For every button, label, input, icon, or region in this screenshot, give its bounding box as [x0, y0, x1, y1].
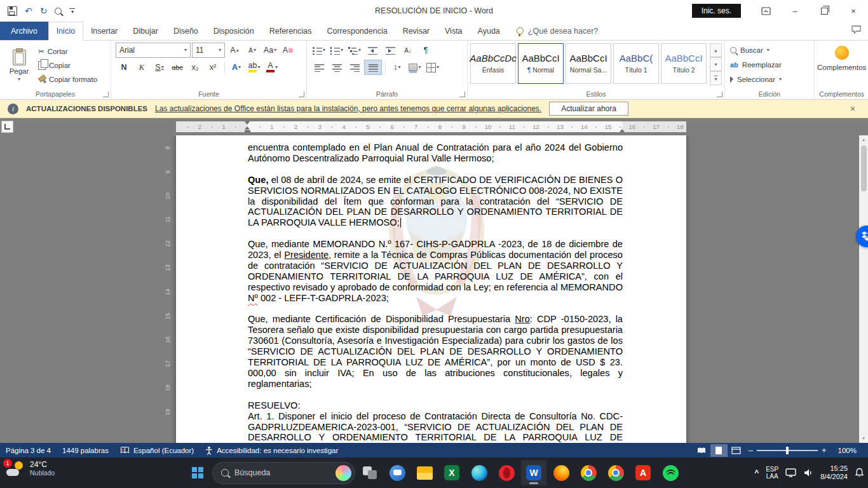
- word-count[interactable]: 1449 palabras: [57, 443, 114, 458]
- font-color-button[interactable]: A▾: [264, 60, 280, 74]
- subscript-button[interactable]: x₂: [187, 60, 203, 74]
- multilevel-list-button[interactable]: ▾: [346, 43, 363, 57]
- vertical-scrollbar[interactable]: ▴ ▾: [859, 135, 868, 443]
- weather-widget[interactable]: 1 24°C Nublado: [6, 461, 55, 477]
- redo-icon[interactable]: ↻: [40, 5, 48, 17]
- align-right-button[interactable]: [346, 60, 363, 74]
- restore-button[interactable]: [810, 0, 839, 22]
- chrome-icon[interactable]: [576, 460, 601, 485]
- display-icon[interactable]: [785, 468, 796, 477]
- edge-icon[interactable]: [466, 460, 492, 485]
- volume-icon[interactable]: [803, 468, 813, 477]
- bold-button[interactable]: N: [116, 60, 132, 74]
- style-enfasis[interactable]: AaBbCcDc Énfasis: [470, 43, 516, 84]
- file-explorer-icon[interactable]: [412, 460, 437, 485]
- start-button[interactable]: [185, 460, 210, 485]
- paragraph[interactable]: Que, mediante Certificación de Disponibi…: [248, 314, 623, 389]
- hidden-icons-chevron-icon[interactable]: ^: [754, 468, 759, 477]
- format-painter-button[interactable]: Copiar formato: [36, 73, 100, 86]
- accessibility-status[interactable]: Accesibilidad: es necesario investigar: [200, 443, 344, 458]
- style-normal-sa[interactable]: AaBbCcI Normal Sa...: [566, 43, 611, 84]
- tab-disposicion[interactable]: Disposición: [206, 22, 262, 40]
- proofing-status[interactable]: Español (Ecuador): [114, 443, 200, 458]
- zoom-slider-thumb[interactable]: [786, 447, 789, 454]
- zoom-level[interactable]: 100%: [831, 447, 863, 454]
- zoom-slider[interactable]: [757, 450, 818, 451]
- tab-insertar[interactable]: Insertar: [83, 22, 125, 40]
- text-effects-button[interactable]: A▾: [228, 60, 245, 74]
- paragraph[interactable]: Que, el 08 de abril de 2024, se emite el…: [248, 175, 623, 229]
- cut-button[interactable]: ✂Cortar: [36, 45, 100, 58]
- tab-diseno[interactable]: Diseño: [166, 22, 206, 40]
- clock[interactable]: 15:25 8/4/2024: [820, 464, 848, 481]
- opera-icon[interactable]: [494, 460, 519, 485]
- strikethrough-button[interactable]: abc: [169, 60, 186, 74]
- grow-font-button[interactable]: A▴: [226, 43, 243, 57]
- print-layout-button[interactable]: [710, 444, 728, 457]
- styles-more-icon[interactable]: ▾: [710, 71, 722, 85]
- zoom-in-button[interactable]: +: [818, 445, 831, 455]
- highlight-color-button[interactable]: ab▾: [246, 60, 262, 74]
- font-family-combo[interactable]: Arial▾: [116, 43, 191, 58]
- copy-button[interactable]: Copiar: [36, 59, 100, 72]
- tab-revisar[interactable]: Revisar: [395, 22, 437, 40]
- paragraph[interactable]: Art. 1. Disponer el inicio del proceso d…: [248, 411, 623, 443]
- close-button[interactable]: ×: [839, 0, 868, 22]
- minimize-button[interactable]: –: [780, 0, 810, 22]
- tab-referencias[interactable]: Referencias: [262, 22, 320, 40]
- tab-archivo[interactable]: Archivo: [0, 22, 48, 40]
- clear-formatting-button[interactable]: A: [280, 43, 296, 57]
- show-marks-button[interactable]: ¶: [417, 43, 434, 57]
- numbering-button[interactable]: ▾: [329, 43, 345, 57]
- justify-button[interactable]: [364, 60, 382, 75]
- align-center-button[interactable]: [329, 60, 345, 74]
- styles-scroll-up-icon[interactable]: ▴: [710, 43, 722, 57]
- horizontal-ruler[interactable]: 12123456789101112131415161718: [176, 121, 686, 132]
- close-message-icon[interactable]: ×: [845, 104, 860, 114]
- shrink-font-button[interactable]: A▾: [244, 43, 261, 57]
- scroll-up-icon[interactable]: ▴: [862, 135, 865, 144]
- web-layout-button[interactable]: [728, 444, 745, 457]
- sign-in-button[interactable]: Inic. ses.: [692, 4, 741, 18]
- font-size-combo[interactable]: 11▾: [192, 43, 225, 58]
- borders-button[interactable]: ▾: [424, 60, 441, 74]
- magnifier-icon[interactable]: [55, 5, 62, 17]
- firefox-icon[interactable]: [548, 460, 574, 485]
- style-titulo1[interactable]: AaBbC( Título 1: [613, 43, 659, 84]
- task-view-icon[interactable]: [357, 460, 383, 485]
- find-button[interactable]: Buscar▾: [730, 44, 814, 57]
- page-indicator[interactable]: Página 3 de 4: [0, 443, 57, 458]
- scroll-down-icon[interactable]: ▾: [862, 434, 865, 443]
- change-case-button[interactable]: Aa▾: [262, 43, 278, 57]
- chrome-profile-icon[interactable]: [603, 460, 628, 485]
- update-now-button[interactable]: Actualizar ahora: [549, 102, 628, 116]
- increase-indent-button[interactable]: [382, 43, 398, 57]
- shading-button[interactable]: ▾: [407, 60, 423, 74]
- paste-button[interactable]: Pegar ▾: [3, 43, 36, 89]
- notification-bell-icon[interactable]: [855, 468, 864, 478]
- tell-me-box[interactable]: ¿Qué desea hacer?: [508, 22, 607, 40]
- tab-stop-selector[interactable]: [1, 121, 13, 133]
- dialog-launcher-icon[interactable]: [459, 92, 465, 97]
- word-icon[interactable]: W: [521, 460, 546, 485]
- zoom-out-button[interactable]: –: [745, 445, 757, 455]
- comments-icon[interactable]: [851, 25, 862, 37]
- tab-dibujar[interactable]: Dibujar: [125, 22, 166, 40]
- underline-button[interactable]: S▾: [151, 60, 168, 74]
- dialog-launcher-icon[interactable]: [299, 92, 304, 97]
- line-spacing-button[interactable]: ↕▾: [389, 60, 405, 74]
- chat-icon[interactable]: [384, 460, 410, 485]
- save-icon[interactable]: [8, 5, 17, 17]
- paragraph[interactable]: RESUELVO:: [248, 400, 623, 411]
- sort-button[interactable]: A↓: [400, 43, 416, 57]
- superscript-button[interactable]: x²: [205, 60, 221, 74]
- tab-ayuda[interactable]: Ayuda: [470, 22, 508, 40]
- acrobat-icon[interactable]: A: [630, 460, 656, 485]
- dialog-launcher-icon[interactable]: [717, 92, 722, 97]
- read-mode-button[interactable]: [693, 444, 710, 457]
- decrease-indent-button[interactable]: [364, 43, 381, 57]
- tab-inicio[interactable]: Inicio: [48, 22, 83, 41]
- tab-vista[interactable]: Vista: [437, 22, 470, 40]
- paragraph[interactable]: encuentra contemplado en el Plan Anual d…: [248, 142, 623, 164]
- tab-correspondencia[interactable]: Correspondencia: [319, 22, 395, 40]
